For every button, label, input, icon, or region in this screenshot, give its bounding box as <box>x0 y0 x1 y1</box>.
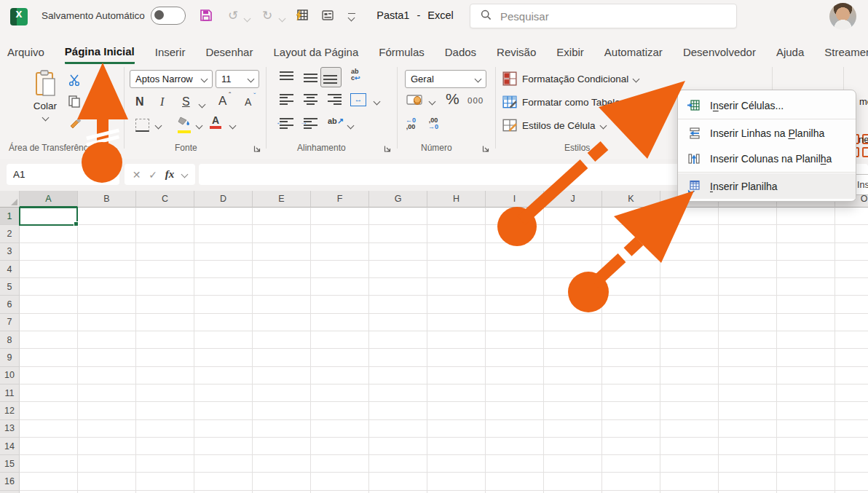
column-header-K[interactable]: K <box>602 191 660 208</box>
cell-N6[interactable] <box>777 296 835 313</box>
cell-M13[interactable] <box>719 420 777 438</box>
bold-button[interactable]: N <box>135 95 144 109</box>
cell-J12[interactable] <box>544 402 602 419</box>
cell-L13[interactable] <box>660 420 719 438</box>
cell-I8[interactable] <box>486 331 544 349</box>
cell-F8[interactable] <box>311 331 369 349</box>
autosave-toggle[interactable] <box>151 7 186 25</box>
cell-O4[interactable] <box>835 261 868 278</box>
cell-B1[interactable] <box>78 208 136 225</box>
tab-layout-da-pagina[interactable]: Layout da Página <box>273 42 358 63</box>
cell-C13[interactable] <box>136 420 194 438</box>
fill-handle[interactable] <box>74 221 79 226</box>
cell-L1[interactable] <box>660 208 719 225</box>
cell-A3[interactable] <box>20 243 78 261</box>
format-painter-icon[interactable] <box>69 117 82 133</box>
cell-D16[interactable] <box>194 473 253 490</box>
cell-J4[interactable] <box>544 261 602 278</box>
cell-N7[interactable] <box>777 314 835 331</box>
number-format-combo[interactable]: Geral <box>405 70 486 88</box>
tab-automatizar[interactable]: Automatizar <box>604 42 663 63</box>
cell-B9[interactable] <box>78 349 136 366</box>
cell-M12[interactable] <box>719 402 777 419</box>
cell-I6[interactable] <box>486 296 544 313</box>
cell-N16[interactable] <box>777 473 835 490</box>
cell-D11[interactable] <box>194 384 253 402</box>
cell-I2[interactable] <box>486 225 544 242</box>
cell-O14[interactable] <box>835 438 868 455</box>
paste-button[interactable]: Colar <box>26 70 64 125</box>
cell-E9[interactable] <box>253 349 311 366</box>
cell-A2[interactable] <box>20 225 78 242</box>
cell-J16[interactable] <box>544 473 602 490</box>
cell-A12[interactable] <box>20 402 78 419</box>
accounting-chevron-icon[interactable] <box>429 98 436 106</box>
cell-B8[interactable] <box>78 331 136 349</box>
cell-H6[interactable] <box>427 296 486 313</box>
cell-N10[interactable] <box>777 367 835 384</box>
cell-G7[interactable] <box>369 314 427 331</box>
cell-I14[interactable] <box>486 438 544 455</box>
tab-revisao[interactable]: Revisão <box>497 42 536 63</box>
cell-A13[interactable] <box>20 420 78 438</box>
cell-F12[interactable] <box>311 402 369 419</box>
align-center-button[interactable] <box>304 94 317 105</box>
cell-E4[interactable] <box>253 261 311 278</box>
align-right-button[interactable] <box>328 94 342 105</box>
cell-B3[interactable] <box>78 243 136 261</box>
column-header-E[interactable]: E <box>253 191 311 208</box>
fill-color-button[interactable] <box>178 117 191 133</box>
percent-style-button[interactable]: % <box>446 90 459 108</box>
cancel-icon[interactable]: ✕ <box>133 169 141 181</box>
clipboard-dialog-launcher[interactable] <box>111 143 119 151</box>
cell-O11[interactable] <box>835 384 868 402</box>
cell-C4[interactable] <box>136 261 194 278</box>
cell-I7[interactable] <box>486 314 544 331</box>
cell-H2[interactable] <box>427 225 486 242</box>
cell-L8[interactable] <box>660 331 719 349</box>
cell-J7[interactable] <box>544 314 602 331</box>
tab-formulas[interactable]: Fórmulas <box>379 42 425 63</box>
cell-I1[interactable] <box>486 208 544 225</box>
cell-G10[interactable] <box>369 367 427 384</box>
cell-styles-button[interactable]: Estilos de Célula <box>502 118 606 133</box>
cell-L4[interactable] <box>660 261 719 278</box>
cell-H9[interactable] <box>427 349 486 366</box>
cell-I9[interactable] <box>486 349 544 366</box>
tab-inserir[interactable]: Inserir <box>155 42 186 63</box>
cell-D15[interactable] <box>194 455 253 473</box>
name-box[interactable]: A1 <box>7 164 119 185</box>
cell-M2[interactable] <box>719 225 777 242</box>
cell-J9[interactable] <box>544 349 602 366</box>
cell-O6[interactable] <box>835 296 868 313</box>
cell-L6[interactable] <box>660 296 719 313</box>
cell-A10[interactable] <box>20 367 78 384</box>
cell-M3[interactable] <box>719 243 777 261</box>
cell-L3[interactable] <box>660 243 719 261</box>
cell-J3[interactable] <box>544 243 602 261</box>
cell-M4[interactable] <box>719 261 777 278</box>
cell-I16[interactable] <box>486 473 544 490</box>
tab-pagina-inicial[interactable]: Página Inicial <box>65 42 135 64</box>
cell-B11[interactable] <box>78 384 136 402</box>
cell-O12[interactable] <box>835 402 868 419</box>
customize-toolbar-icon[interactable] <box>348 13 355 20</box>
menu-item-inserir-planilha[interactable]: Inserir Planilha <box>678 173 856 199</box>
cell-B14[interactable] <box>78 438 136 455</box>
column-header-G[interactable]: G <box>369 191 427 208</box>
cell-L15[interactable] <box>660 455 719 473</box>
cell-G4[interactable] <box>369 261 427 278</box>
cell-A15[interactable] <box>20 455 78 473</box>
row-header-10[interactable]: 10 <box>0 367 20 384</box>
cell-O10[interactable] <box>835 367 868 384</box>
cell-O9[interactable] <box>835 349 868 366</box>
cut-icon[interactable] <box>68 74 81 90</box>
cell-A8[interactable] <box>20 331 78 349</box>
cell-H15[interactable] <box>427 455 486 473</box>
copy-icon[interactable] <box>68 95 81 111</box>
menu-item-inserir-celulas[interactable]: Inserir Células... <box>678 92 856 118</box>
cell-D5[interactable] <box>194 278 253 296</box>
cell-L12[interactable] <box>660 402 719 419</box>
select-all-corner[interactable] <box>0 191 20 208</box>
cell-F5[interactable] <box>311 278 369 296</box>
